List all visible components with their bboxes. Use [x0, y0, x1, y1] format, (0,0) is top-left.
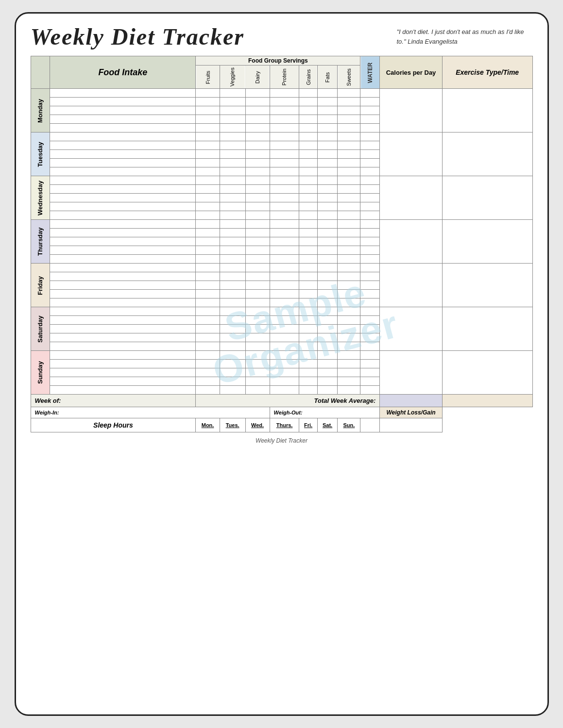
sleep-tues[interactable]: Tues. — [220, 418, 245, 432]
friday-label: Friday — [31, 264, 50, 307]
page: Weekly Diet Tracker "I don't diet. I jus… — [15, 12, 549, 716]
tuesday-calories[interactable] — [380, 132, 443, 176]
header-row-1: Food Intake Food Group Servings WATER Ca… — [31, 56, 532, 66]
week-of-row: Week of: Total Week Average: — [31, 395, 532, 407]
tuesday-label: Tuesday — [31, 132, 50, 176]
monday-exercise[interactable] — [442, 89, 532, 132]
wednesday-row-1: Wednesday — [31, 176, 532, 185]
weigh-out-label: Weigh-Out: — [270, 407, 380, 418]
exercise-total[interactable] — [442, 395, 532, 407]
exercise-header: Exercise Type/Time — [442, 56, 532, 89]
wednesday-exercise[interactable] — [442, 176, 532, 220]
monday-calories[interactable] — [380, 89, 443, 132]
total-avg-value[interactable] — [380, 395, 443, 407]
sleep-row: Sleep Hours Mon. Tues. Wed. Thurs. Fri. … — [31, 418, 532, 432]
friday-exercise[interactable] — [442, 264, 532, 307]
sleep-label: Sleep Hours — [31, 418, 196, 432]
col-grains: Grains — [299, 66, 317, 89]
sunday-calories[interactable] — [380, 351, 443, 395]
col-dairy: Dairy — [245, 66, 270, 89]
saturday-row-1: Saturday — [31, 307, 532, 316]
monday-food-1[interactable] — [50, 89, 196, 98]
food-intake-header: Food Intake — [50, 56, 196, 89]
page-quote: "I don't diet. I just don't eat as much … — [397, 23, 533, 46]
col-fruits: Fruits — [196, 66, 220, 89]
saturday-exercise[interactable] — [442, 307, 532, 351]
thursday-exercise[interactable] — [442, 220, 532, 264]
calories-header: Calories per Day — [380, 56, 443, 89]
sunday-label: Sunday — [31, 351, 50, 395]
wednesday-calories[interactable] — [380, 176, 443, 220]
friday-row-1: Friday — [31, 264, 532, 272]
sleep-thurs[interactable]: Thurs. — [270, 418, 299, 432]
sleep-mon[interactable]: Mon. — [196, 418, 220, 432]
main-table: Food Intake Food Group Servings WATER Ca… — [31, 56, 533, 432]
water-header: WATER — [360, 56, 380, 89]
tuesday-row-1: Tuesday — [31, 132, 532, 141]
sleep-sun[interactable]: Sun. — [338, 418, 360, 432]
weigh-in-label: Weigh-In: — [31, 407, 270, 418]
saturday-calories[interactable] — [380, 307, 443, 351]
monday-row-1: Monday — [31, 89, 532, 98]
sleep-sat[interactable]: Sat. — [317, 418, 338, 432]
col-sweets: Sweets — [338, 66, 360, 89]
sunday-exercise[interactable] — [442, 351, 532, 395]
thursday-row-1: Thursday — [31, 220, 532, 229]
weigh-row: Weigh-In: Weigh-Out: Weight Loss/Gain — [31, 407, 532, 418]
saturday-label: Saturday — [31, 307, 50, 351]
col-veggies: Veggies — [220, 66, 245, 89]
sunday-row-1: Sunday — [31, 351, 532, 360]
page-header: Weekly Diet Tracker "I don't diet. I jus… — [31, 23, 533, 50]
thursday-label: Thursday — [31, 220, 50, 264]
friday-calories[interactable] — [380, 264, 443, 307]
thursday-calories[interactable] — [380, 220, 443, 264]
monday-label: Monday — [31, 89, 50, 132]
wednesday-label: Wednesday — [31, 176, 50, 220]
sleep-wed[interactable]: Wed. — [245, 418, 270, 432]
total-avg-label: Total Week Average: — [196, 395, 380, 407]
col-protein: Protein — [270, 66, 299, 89]
col-fats: Fats — [317, 66, 338, 89]
tuesday-exercise[interactable] — [442, 132, 532, 176]
food-group-header: Food Group Servings — [196, 56, 360, 66]
week-of-label: Week of: — [31, 395, 196, 407]
weight-loss-label: Weight Loss/Gain — [380, 407, 443, 418]
sleep-fri[interactable]: Fri. — [299, 418, 317, 432]
page-title: Weekly Diet Tracker — [31, 23, 245, 50]
footer-text: Weekly Diet Tracker — [31, 437, 533, 444]
